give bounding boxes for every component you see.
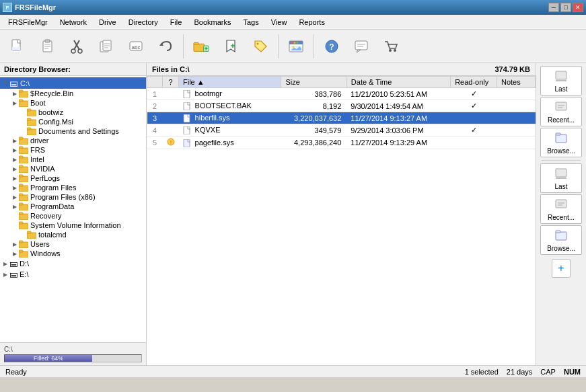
minimize-button[interactable]: ─ bbox=[548, 3, 559, 12]
toolbar-sep-2 bbox=[278, 34, 279, 58]
toolbar-copy[interactable] bbox=[93, 32, 120, 61]
col-num[interactable] bbox=[147, 77, 163, 88]
menu-item-tags[interactable]: Tags bbox=[237, 17, 264, 28]
col-datetime[interactable]: Date & Time bbox=[346, 77, 450, 88]
maximize-button[interactable]: □ bbox=[560, 3, 571, 12]
right-add-button[interactable]: + bbox=[552, 259, 571, 278]
menu-item-file[interactable]: File bbox=[165, 17, 188, 28]
folder-icon-bootwiz bbox=[27, 108, 36, 116]
expander-programfiles[interactable]: ▶ bbox=[11, 184, 19, 192]
row-num-3: 3 bbox=[147, 112, 163, 124]
tree-label-systemvolume: System Volume Information bbox=[30, 221, 121, 229]
toolbar-tag[interactable] bbox=[247, 32, 274, 61]
col-flag[interactable]: ? bbox=[163, 77, 179, 88]
menu-item-reports[interactable]: Reports bbox=[293, 17, 330, 28]
tree-item-boot[interactable]: ▶ Boot bbox=[0, 98, 146, 108]
expander-perflogs[interactable]: ▶ bbox=[11, 174, 19, 182]
toolbar-new[interactable] bbox=[4, 32, 31, 61]
file-icon-4 bbox=[183, 126, 191, 134]
table-row[interactable]: 3 hiberfil.sys 3,220,037,632 11/27/2014 … bbox=[147, 112, 536, 124]
right-recent2-button[interactable]: Recent... bbox=[540, 194, 582, 224]
tree-item-totalcmd[interactable]: ▶ totalcmd bbox=[0, 230, 146, 239]
tree-item-recovery[interactable]: ▶ Recovery bbox=[0, 211, 146, 221]
file-table-container[interactable]: ? File ▲ Size Date & Time Read-only Note… bbox=[147, 76, 536, 365]
tree-item-docs[interactable]: ▶ Documents and Settings bbox=[0, 126, 146, 136]
tree-item-systemvolume[interactable]: ▶ System Volume Information bbox=[0, 221, 146, 230]
toolbar-browse-folder[interactable] bbox=[188, 32, 215, 61]
toolbar-chat[interactable] bbox=[348, 32, 375, 61]
tree-item-bootwiz[interactable]: ▶ bootwiz bbox=[0, 108, 146, 117]
row-readonly-2: ✓ bbox=[451, 100, 497, 112]
right-browse-button[interactable]: Browse... bbox=[540, 128, 582, 157]
right-recent-button[interactable]: Recent... bbox=[540, 97, 582, 126]
col-size[interactable]: Size bbox=[281, 77, 346, 88]
row-name-1: bootmgr bbox=[179, 88, 281, 100]
expander-d-drive[interactable]: ▶ bbox=[1, 260, 9, 268]
tree-item-programfiles[interactable]: ▶ Program Files bbox=[0, 183, 146, 192]
tree-item-nvidia[interactable]: ▶ NVIDIA bbox=[0, 164, 146, 173]
right-recent2-icon bbox=[554, 198, 569, 212]
status-bar: Ready 1 selected 21 days CAP NUM bbox=[0, 365, 586, 377]
table-row[interactable]: 5 ! pagefile.sys 4,293,386,240 11/27/201… bbox=[147, 136, 536, 149]
expander-programfilesx86[interactable]: ▶ bbox=[11, 193, 19, 201]
expander-nvidia[interactable]: ▶ bbox=[11, 165, 19, 173]
toolbar-open[interactable] bbox=[34, 32, 61, 61]
menu-item-frsfilemgr[interactable]: FRSFileMgr bbox=[3, 17, 53, 28]
expander-programdata[interactable]: ▶ bbox=[11, 202, 19, 210]
toolbar-cart[interactable] bbox=[377, 32, 404, 61]
right-browse-icon bbox=[554, 131, 569, 146]
menu-item-directory[interactable]: Directory bbox=[123, 17, 163, 28]
expander-frs[interactable]: ▶ bbox=[11, 146, 19, 154]
col-readonly[interactable]: Read-only bbox=[451, 77, 497, 88]
toolbar-image-viewer[interactable] bbox=[283, 32, 309, 61]
tree-item-perflogs[interactable]: ▶ PerfLogs bbox=[0, 173, 146, 183]
expander-recycle[interactable]: ▶ bbox=[11, 89, 19, 97]
col-notes[interactable]: Notes bbox=[497, 77, 536, 88]
tree-item-driver[interactable]: ▶ driver bbox=[0, 136, 146, 145]
col-file[interactable]: File ▲ bbox=[179, 77, 281, 88]
tree-item-intel[interactable]: ▶ Intel bbox=[0, 155, 146, 164]
tree-label-c-drive: C:\ bbox=[20, 79, 30, 87]
expander-intel[interactable]: ▶ bbox=[11, 155, 19, 163]
table-row[interactable]: 2 BOOTSECT.BAK 8,192 9/30/2014 1:49:54 A… bbox=[147, 100, 536, 112]
svg-rect-79 bbox=[184, 102, 190, 110]
tree-item-d-drive[interactable]: ▶ 🖴 D:\ bbox=[0, 258, 146, 269]
expander-windows[interactable]: ▶ bbox=[11, 249, 19, 258]
toolbar-cut[interactable] bbox=[63, 32, 90, 61]
toolbar-undo[interactable] bbox=[152, 32, 179, 61]
expander-e-drive[interactable]: ▶ bbox=[1, 270, 9, 278]
close-button[interactable]: ✕ bbox=[573, 3, 583, 12]
svg-point-30 bbox=[294, 42, 296, 44]
right-last-button[interactable]: Last bbox=[540, 66, 582, 95]
expander-c-drive[interactable]: ▼ bbox=[1, 79, 9, 87]
directory-tree[interactable]: ▼ 🖴 C:\ ▶ $Recycle.Bin ▶ Boot ▶ bootwiz bbox=[0, 76, 146, 342]
svg-rect-55 bbox=[19, 147, 23, 149]
tree-item-config[interactable]: ▶ Config.Msi bbox=[0, 117, 146, 126]
toolbar-add-bookmark[interactable] bbox=[217, 32, 244, 61]
right-last2-button[interactable]: Last bbox=[540, 163, 582, 193]
right-last-icon bbox=[554, 69, 569, 84]
toolbar-sep-1 bbox=[183, 34, 184, 58]
toolbar-rename[interactable]: abc bbox=[122, 32, 149, 61]
tree-item-frs[interactable]: ▶ FRS bbox=[0, 145, 146, 155]
expander-boot[interactable]: ▶ bbox=[11, 99, 19, 107]
menu-item-drive[interactable]: Drive bbox=[94, 17, 122, 28]
table-row[interactable]: 1 bootmgr 383,786 11/21/2010 5:23:51 AM … bbox=[147, 88, 536, 100]
tree-item-users[interactable]: ▶ Users bbox=[0, 239, 146, 249]
tree-item-programfilesx86[interactable]: ▶ Program Files (x86) bbox=[0, 192, 146, 202]
toolbar-help[interactable]: ? bbox=[318, 32, 345, 61]
menu-item-view[interactable]: View bbox=[266, 17, 293, 28]
tree-item-c-drive[interactable]: ▼ 🖴 C:\ bbox=[0, 77, 146, 89]
table-row[interactable]: 4 KQVXE 349,579 9/29/2014 3:03:06 PM ✓ bbox=[147, 124, 536, 136]
tree-item-e-drive[interactable]: ▶ 🖴 E:\ bbox=[0, 269, 146, 280]
folder-icon-systemvolume bbox=[19, 221, 28, 229]
tree-item-programdata[interactable]: ▶ ProgramData bbox=[0, 202, 146, 211]
tree-item-windows[interactable]: ▶ Windows bbox=[0, 249, 146, 258]
menu-item-bookmarks[interactable]: Bookmarks bbox=[188, 17, 236, 28]
menu-item-network[interactable]: Network bbox=[54, 17, 92, 28]
right-browse2-button[interactable]: Browse... bbox=[540, 225, 582, 255]
expander-users[interactable]: ▶ bbox=[11, 240, 19, 248]
expander-driver[interactable]: ▶ bbox=[11, 136, 19, 145]
svg-rect-65 bbox=[19, 194, 23, 196]
tree-item-recycle[interactable]: ▶ $Recycle.Bin bbox=[0, 89, 146, 98]
